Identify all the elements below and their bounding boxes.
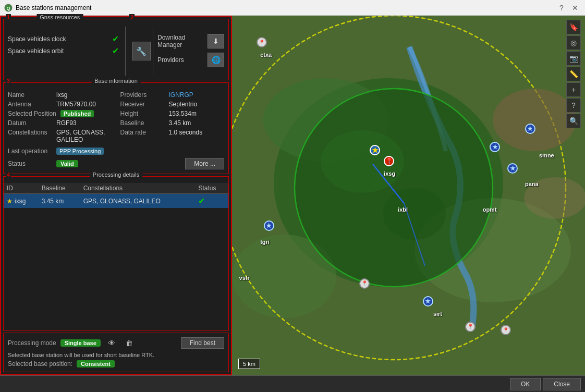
section-1-number: 1 [6,14,11,20]
bookmark-tool-btn[interactable]: 🔖 [566,20,581,34]
svg-point-11 [383,188,446,240]
cell-id: ★ixsg [4,194,39,209]
published-badge: Published [60,110,94,117]
antenna-row: Antenna TRM57970.00 [8,101,112,108]
measure-tool-btn[interactable]: 📏 [566,67,581,81]
pin-right-star1[interactable]: ★ [490,142,500,152]
download-manager-label: Download Manager [157,34,208,48]
main-content: 1 Gnss resources 2 Space vehicles clock … [0,16,585,375]
map-label-tgri: tgri [260,239,270,245]
providers-info-row: Providers IGNRGP [120,91,225,99]
map-toolbar: 🔖 ◎ 📷 📏 + ? 🔍 [566,20,581,128]
space-vehicles-clock-label: Space vehicles clock [8,35,112,43]
title-bar: Q Base stations management ? ✕ [0,0,585,16]
section-4-number: 4 [6,172,11,178]
clock-check-icon: ✔ [112,34,119,44]
ppp-badge: PPP Processing [56,148,104,155]
table-header-row: ID Baseline Constellations Status [4,183,228,194]
data-rate-key: Data rate [120,129,165,136]
height-row: Height 153.534m [120,110,225,117]
constellations-row: Constellations GPS, GLONASS, GALILEO [8,129,112,143]
find-best-button[interactable]: Find best [181,337,224,349]
more-button[interactable]: More ... [185,158,224,169]
base-position-row: Selected base position: Consistent [8,360,224,368]
pin-right-star3[interactable]: ★ [507,163,518,174]
base-info-label: Base information [91,78,141,84]
processing-mode-row: Processing mode Single base 👁 🗑 Find bes… [8,337,224,349]
processing-mode-label: Processing mode [8,339,56,347]
gnss-resources-panel: Space vehicles clock ✔ Space vehicles or… [4,27,126,76]
receiver-row: Receiver Septentrio [120,101,225,108]
providers-button[interactable]: 🌐 [208,53,224,67]
selected-position-key: Selected Position [8,110,56,117]
app-icon: Q [4,4,13,12]
zoom-in-btn[interactable]: + [566,82,581,97]
section-2-number: 2 [129,14,135,20]
svg-text:Q: Q [6,6,10,11]
valid-badge: Valid [56,160,78,167]
datum-row: Datum RGF93 [8,119,112,127]
proc-details-label: Processing details [90,172,142,178]
pin-bottom-white1[interactable]: 📍 [359,278,370,289]
name-key: Name [8,91,52,99]
info-text: Selected base station will be used for s… [8,352,224,358]
processing-table: ID Baseline Constellations Status ★ixsg … [4,183,228,208]
close-window-button[interactable]: ✕ [569,2,581,14]
name-row: Name ixsg [8,91,112,99]
tool-btn-area: 🔧 [126,27,153,76]
section-3-number: 3 [6,78,11,84]
download-button[interactable]: ⬇ [208,34,224,48]
antenna-key: Antenna [8,101,52,108]
help-map-btn[interactable]: ? [566,98,581,113]
pin-bottom-white2[interactable]: 📍 [465,322,476,332]
pin-bottom-star[interactable]: ★ [423,296,433,307]
providers-info-key: Providers [120,91,165,99]
col-constellations: Constellations [80,183,196,194]
target-tool-btn[interactable]: ◎ [566,35,581,50]
camera-tool-btn[interactable]: 📷 [566,51,581,66]
scale-label: 5 km [243,361,255,367]
baseline-key: Baseline [120,119,165,127]
delete-button[interactable]: 🗑 [123,337,136,349]
providers-label: Providers [157,56,208,64]
cell-baseline: 3.45 km [39,194,80,209]
zoom-out-btn[interactable]: 🔍 [566,114,581,128]
cell-status: ✔ [195,194,228,209]
help-button[interactable]: ? [556,2,567,14]
receiver-key: Receiver [120,101,165,108]
baseline-val: 3.45 km [169,119,191,127]
gnss-section-label: Gnss resources [36,14,83,20]
col-status: Status [195,183,228,194]
base-info-section: 3 Base information Name ixsg Antenna TRM… [3,82,229,174]
base-pos-label: Selected base position: [8,360,72,368]
antenna-val: TRM57970.00 [56,101,96,108]
pin-right-star2[interactable]: ★ [525,124,535,134]
providers-row: Providers 🌐 [157,53,224,67]
consistent-badge: Consistent [77,360,115,368]
left-panel: 1 Gnss resources 2 Space vehicles clock … [0,16,232,375]
map-label-ixsg: ixsg [384,170,395,177]
eye-button[interactable]: 👁 [105,337,118,349]
ok-button[interactable]: OK [510,378,541,390]
col-id: ID [4,183,39,194]
wrench-tool-button[interactable]: 🔧 [132,42,151,60]
last-op-inner: Last operation PPP Processing [8,148,224,155]
baseline-row: Baseline 3.45 km [120,119,225,127]
cell-constellations: GPS, GLONASS, GALILEO [80,194,196,209]
col-baseline: Baseline [39,183,80,194]
last-operation-row: Last operation PPP Processing [8,148,224,155]
map-label-opmt: opmt [483,206,497,213]
table-row[interactable]: ★ixsg 3.45 km GPS, GLONASS, GALILEO ✔ [4,194,228,209]
pin-bottom-white3[interactable]: 📍 [501,325,511,335]
bottom-bar: Processing mode Single base 👁 🗑 Find bes… [3,333,229,372]
providers-info-val[interactable]: IGNRGP [169,91,193,99]
close-button[interactable]: Close [543,378,581,390]
space-vehicles-orbit-label: Space vehicles orbit [8,47,112,55]
star-icon: ★ [7,198,13,205]
window-title: Base stations management [16,4,556,11]
map-panel[interactable]: ctxa tgri vsfr ixsg ixbl pana opmt smne … [232,16,585,375]
map-label-sirt: sirt [433,311,442,317]
status-key: Status [8,160,52,167]
info-right-col: Providers IGNRGP Receiver Septentrio Hei… [120,91,225,143]
footer: OK Close [0,375,585,392]
